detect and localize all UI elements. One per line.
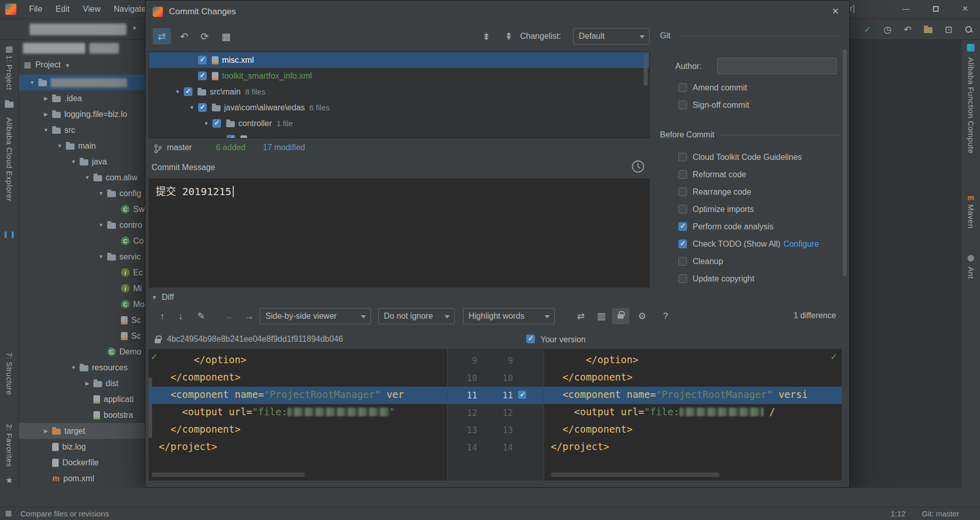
amend-commit-checkbox[interactable] bbox=[678, 83, 687, 92]
next-change-icon[interactable]: → bbox=[240, 308, 258, 324]
your-version-checkbox[interactable] bbox=[526, 335, 535, 343]
code-line[interactable]: </component> bbox=[551, 371, 632, 383]
redacted-run-configuration[interactable] bbox=[30, 23, 127, 35]
alibaba-explorer-icon[interactable] bbox=[5, 231, 14, 240]
reformat-code-checkbox[interactable] bbox=[678, 170, 687, 179]
undo-icon[interactable]: ↶ bbox=[904, 25, 912, 34]
sidebar-item-structure[interactable]: 7: Structure bbox=[5, 352, 14, 395]
code-line[interactable]: <output url="file:" bbox=[159, 406, 395, 417]
include-file-checkbox[interactable] bbox=[198, 72, 207, 80]
maximize-button[interactable] bbox=[921, 0, 950, 18]
left-horizontal-scrollbar[interactable] bbox=[152, 472, 305, 477]
tree-toggle-icon[interactable]: ▼ bbox=[40, 127, 52, 133]
tree-toggle-icon[interactable]: ▼ bbox=[95, 222, 107, 228]
perform-code-analysis-checkbox[interactable] bbox=[678, 222, 687, 231]
diff-collapse-icon[interactable]: ▼ bbox=[152, 294, 157, 300]
menu-item-edit[interactable]: Edit bbox=[49, 0, 77, 18]
signoff-commit-checkbox[interactable] bbox=[678, 101, 687, 109]
project-tree-row[interactable]: ▶logging.file=biz.lo bbox=[19, 106, 145, 122]
tree-toggle-icon[interactable]: ▶ bbox=[40, 428, 52, 434]
viewer-mode-dropdown[interactable]: Side-by-side viewer bbox=[260, 308, 371, 324]
folder-icon[interactable] bbox=[924, 27, 933, 33]
window-layout-icon[interactable]: ⊡ bbox=[945, 25, 952, 34]
project-tree-row[interactable]: Sc bbox=[19, 328, 145, 344]
dialog-scrollbar[interactable] bbox=[843, 49, 847, 276]
message-history-icon[interactable] bbox=[630, 159, 646, 174]
code-line[interactable]: </project> bbox=[551, 441, 609, 452]
previous-difference-icon[interactable]: ↑ bbox=[154, 308, 171, 324]
project-tree-row[interactable]: Sc bbox=[19, 312, 145, 328]
include-file-checkbox[interactable] bbox=[212, 119, 221, 128]
changelist-dropdown[interactable]: Default bbox=[573, 28, 650, 44]
menu-item-file[interactable]: File bbox=[22, 0, 49, 18]
project-tree-row[interactable]: iMi bbox=[19, 280, 145, 296]
project-tree-row[interactable]: CCo bbox=[19, 233, 145, 249]
project-tool-icon[interactable]: ▦ bbox=[5, 44, 13, 54]
diff-help-icon[interactable]: ? bbox=[657, 308, 674, 324]
rollback-icon[interactable]: ↶ bbox=[175, 28, 193, 44]
configure-link[interactable]: Configure bbox=[783, 240, 819, 249]
changed-file-row[interactable]: misc.xml bbox=[149, 52, 649, 68]
cleanup-checkbox[interactable] bbox=[678, 257, 687, 266]
code-line[interactable]: <component name="ProjectRootManager" ver bbox=[159, 389, 404, 400]
alibaba-function-compute-icon[interactable] bbox=[967, 44, 975, 54]
tree-toggle-icon[interactable]: ▼ bbox=[81, 175, 93, 180]
project-tree-row[interactable]: Dockerfile bbox=[19, 455, 145, 470]
project-tree-row[interactable]: ▼ bbox=[19, 75, 145, 90]
maven-icon[interactable]: m bbox=[967, 193, 974, 202]
code-line[interactable]: </component> bbox=[551, 423, 632, 435]
project-tree-row[interactable]: ▼resources bbox=[19, 360, 145, 375]
include-file-checkbox[interactable] bbox=[227, 135, 235, 138]
tree-toggle-icon[interactable]: ▶ bbox=[40, 96, 52, 101]
project-tree-row[interactable]: ▼main bbox=[19, 138, 145, 154]
folder-tool-icon[interactable] bbox=[5, 100, 14, 110]
project-tree-row[interactable]: ▼contro bbox=[19, 217, 145, 233]
project-tree-row[interactable]: ▶dist bbox=[19, 375, 145, 391]
code-line[interactable]: </component> bbox=[159, 371, 240, 383]
tree-toggle-icon[interactable]: ▼ bbox=[54, 143, 66, 149]
diff-settings-gear-icon[interactable]: ⚙ bbox=[633, 308, 651, 324]
group-by-icon[interactable]: ▦ bbox=[217, 28, 235, 44]
project-tree-row[interactable]: ▼config bbox=[19, 185, 145, 201]
project-tree-row[interactable]: ▼servic bbox=[19, 249, 145, 265]
author-input[interactable] bbox=[717, 58, 837, 74]
highlight-mode-dropdown[interactable]: Highlight words bbox=[463, 308, 555, 324]
status-grid-icon[interactable]: ▦ bbox=[5, 509, 12, 517]
tree-toggle-icon[interactable]: ▼ bbox=[26, 80, 38, 85]
git-branch-widget[interactable]: Git: master bbox=[922, 509, 959, 518]
project-tree-row[interactable]: mpom.xml bbox=[19, 470, 145, 486]
search-icon[interactable] bbox=[965, 26, 973, 34]
include-file-checkbox[interactable] bbox=[184, 87, 192, 96]
collapse-all-icon[interactable]: ⇞ bbox=[500, 28, 518, 44]
split-panels-icon[interactable]: ▥ bbox=[593, 308, 610, 324]
rearrange-code-checkbox[interactable] bbox=[678, 187, 687, 196]
project-tree-row[interactable]: CMo bbox=[19, 296, 145, 312]
right-horizontal-scrollbar[interactable] bbox=[551, 472, 720, 477]
optimize-imports-checkbox[interactable] bbox=[678, 205, 687, 214]
update-copyright-checkbox[interactable] bbox=[678, 274, 687, 283]
code-line[interactable]: <component name="ProjectRootManager" ver… bbox=[551, 389, 807, 400]
changed-file-row[interactable]: ▼controller1 file bbox=[149, 115, 649, 131]
project-tree-row[interactable]: applicati bbox=[19, 391, 145, 407]
next-difference-icon[interactable]: ↓ bbox=[172, 308, 189, 324]
ant-icon[interactable] bbox=[968, 254, 974, 264]
tree-toggle-icon[interactable]: ▶ bbox=[40, 111, 52, 117]
tree-toggle-icon[interactable]: ▼ bbox=[67, 159, 80, 164]
code-line[interactable]: </project> bbox=[159, 441, 217, 452]
project-panel-header[interactable]: ▦Project▼ bbox=[19, 57, 145, 73]
tree-scrollbar[interactable] bbox=[644, 54, 648, 86]
diff-section-label[interactable]: Diff bbox=[162, 293, 174, 302]
diff-left-editor[interactable]: ✓ </option> </component> <component name… bbox=[149, 349, 447, 481]
tree-toggle-icon[interactable]: ▼ bbox=[172, 89, 184, 94]
caret-position[interactable]: 1:12 bbox=[891, 509, 905, 518]
sidebar-item-project[interactable]: 1: Project bbox=[5, 55, 14, 90]
changed-file-row[interactable]: toolkit_smartfox_info.xml bbox=[149, 68, 649, 84]
changed-file-row[interactable] bbox=[149, 131, 649, 138]
sidebar-item-alibaba-cloud-explorer[interactable]: Alibaba Cloud Explorer bbox=[5, 117, 14, 201]
project-tree-row[interactable]: CDemo bbox=[19, 344, 145, 360]
tree-toggle-icon[interactable]: ▼ bbox=[95, 191, 107, 196]
tree-toggle-icon[interactable]: ▼ bbox=[67, 365, 80, 370]
whitespace-ignore-dropdown[interactable]: Do not ignore bbox=[378, 308, 455, 324]
refresh-changes-icon[interactable]: ⇄ bbox=[153, 28, 171, 44]
changed-file-row[interactable]: ▼src\main8 files bbox=[149, 84, 649, 100]
